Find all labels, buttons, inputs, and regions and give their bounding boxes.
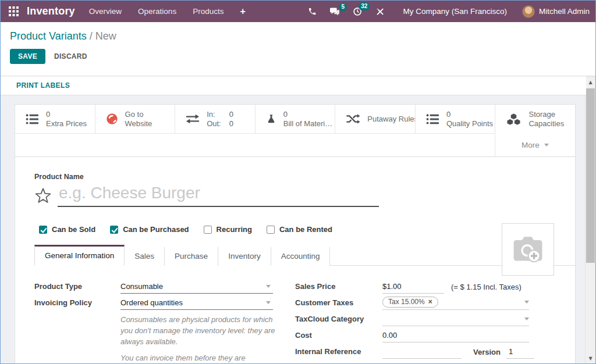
can-be-rented-label: Can be Rented	[279, 225, 332, 234]
tab-accounting[interactable]: Accounting	[271, 247, 331, 266]
product-image-upload[interactable]	[502, 223, 554, 276]
company-switcher[interactable]: My Company (San Francisco)	[403, 7, 507, 16]
activities-badge: 32	[359, 2, 370, 10]
in-label: In:	[207, 110, 221, 119]
taxcloud-category-label: TaxCloud Category	[295, 315, 382, 326]
storage-label-line1: Storage	[528, 110, 555, 119]
sales-price-input[interactable]	[382, 282, 444, 294]
tax-tag: Tax 15.00% ×	[382, 297, 438, 308]
save-button[interactable]: SAVE	[10, 49, 45, 64]
chevron-down-icon	[544, 144, 549, 147]
vertical-scrollbar[interactable]: ▲ ▼	[585, 76, 595, 364]
tab-sales[interactable]: Sales	[125, 247, 165, 266]
print-labels-button[interactable]: PRINT LABELS	[16, 81, 70, 90]
taxcloud-category-select[interactable]	[382, 315, 529, 326]
breadcrumb-current: New	[95, 30, 116, 42]
version-label: Version	[473, 348, 501, 356]
tag-remove-icon[interactable]: ×	[428, 298, 432, 306]
checkbox-icon	[204, 226, 212, 234]
out-label: Out:	[207, 119, 221, 129]
invoicing-policy-value: Ordered quantities	[120, 298, 183, 307]
bom-label: Bill of Materi…	[283, 119, 333, 128]
scroll-up-arrow[interactable]: ▲	[586, 77, 595, 87]
version-value[interactable]: 1	[506, 347, 534, 359]
top-navbar: Inventory Overview Operations Products +…	[1, 1, 596, 22]
putaway-rules-button[interactable]: Putaway Rules	[335, 105, 416, 134]
invoicing-policy-select[interactable]: Ordered quantities	[120, 298, 273, 310]
in-value: 0	[229, 110, 233, 119]
nav-menu-overview[interactable]: Overview	[81, 1, 130, 22]
scrollbar-thumb[interactable]	[586, 88, 595, 263]
nav-menu-products[interactable]: Products	[185, 1, 232, 22]
chevron-down-icon	[524, 301, 529, 304]
internal-reference-input[interactable]	[382, 347, 462, 359]
bom-count: 0	[283, 110, 288, 119]
out-value: 0	[229, 119, 233, 129]
stat-button-box: 0 Extra Prices Go	[15, 105, 575, 157]
cubes-icon	[506, 113, 522, 126]
notebook-tabs: General Information Sales Purchase Inven…	[34, 245, 575, 266]
form-view-background: 0 Extra Prices Go	[1, 95, 586, 364]
inout-moves-button[interactable]: In: 0 Out: 0	[175, 105, 256, 134]
shuffle-icon	[346, 113, 360, 124]
checkbox-can-be-rented[interactable]: Can be Rented	[267, 225, 332, 234]
checkbox-can-be-purchased[interactable]: Can be Purchased	[110, 225, 189, 234]
customer-taxes-label: Customer Taxes	[295, 298, 382, 310]
nav-plus-button[interactable]: +	[232, 1, 253, 22]
checkbox-recurring[interactable]: Recurring	[204, 225, 252, 234]
tax-included-hint: (= $ 1.15 Incl. Taxes)	[451, 283, 522, 294]
quality-points-button[interactable]: 0 Quality Points	[416, 105, 496, 134]
messages-badge: 5	[339, 3, 347, 11]
storage-label-line2: Capacities	[528, 119, 564, 128]
breadcrumb-product-variants[interactable]: Product Variants	[10, 30, 87, 42]
tools-icon[interactable]	[369, 2, 391, 21]
transfer-arrows-icon	[186, 114, 200, 124]
can-be-sold-label: Can be Sold	[52, 225, 95, 234]
user-menu[interactable]: Mitchell Admin	[522, 5, 590, 18]
phone-icon[interactable]	[301, 2, 323, 20]
invoicing-policy-label: Invoicing Policy	[34, 298, 120, 310]
flask-icon	[266, 113, 276, 125]
storage-capacities-button[interactable]: Storage Capacities	[495, 105, 575, 134]
website-label-line2: Website	[125, 119, 152, 128]
product-type-select[interactable]: Consumable	[120, 282, 273, 294]
product-name-input[interactable]	[58, 184, 379, 206]
tab-purchase[interactable]: Purchase	[165, 247, 218, 266]
cost-label: Cost	[295, 331, 382, 342]
apps-menu-button[interactable]	[1, 6, 24, 16]
checkbox-icon	[39, 226, 47, 234]
discard-button[interactable]: DISCARD	[47, 49, 94, 63]
extra-prices-count: 0	[46, 110, 50, 119]
extra-prices-button[interactable]: 0 Extra Prices	[15, 105, 95, 134]
favorite-star-icon[interactable]	[34, 187, 52, 204]
control-panel: Product Variants / New SAVE DISCARD	[1, 22, 596, 76]
scroll-down-arrow[interactable]: ▼	[586, 354, 595, 363]
user-name: Mitchell Admin	[539, 7, 590, 16]
tax-tag-label: Tax 15.00%	[388, 298, 425, 306]
breadcrumb-separator: /	[90, 30, 93, 42]
product-type-label: Product Type	[34, 282, 120, 294]
helper-paragraph: Consumables are physical products for wh…	[120, 315, 279, 348]
apps-grid-icon	[9, 6, 19, 16]
app-title[interactable]: Inventory	[27, 5, 75, 17]
chevron-down-icon	[266, 301, 271, 304]
nav-menu-operations[interactable]: Operations	[130, 1, 185, 22]
customer-taxes-select[interactable]: Tax 15.00% ×	[382, 297, 529, 310]
product-flags-row: Can be Sold Can be Purchased Recurring C…	[39, 225, 575, 234]
more-label: More	[522, 141, 540, 149]
bill-of-materials-button[interactable]: 0 Bill of Materi…	[256, 105, 336, 134]
checkbox-can-be-sold[interactable]: Can be Sold	[39, 225, 95, 234]
tab-inventory[interactable]: Inventory	[218, 247, 271, 266]
globe-icon	[106, 113, 118, 125]
activities-icon[interactable]: 32	[346, 2, 369, 21]
tab-general-information[interactable]: General Information	[34, 245, 125, 266]
recurring-label: Recurring	[217, 225, 252, 234]
list-icon	[26, 113, 39, 125]
button-box-spacer	[15, 134, 495, 156]
go-to-website-button[interactable]: Go to Website	[95, 105, 176, 134]
chevron-down-icon	[524, 317, 529, 320]
messages-icon[interactable]: 5	[323, 2, 346, 21]
cost-input[interactable]	[382, 331, 529, 342]
labels-bar: PRINT LABELS	[1, 76, 586, 95]
more-dropdown[interactable]: More	[495, 134, 575, 156]
